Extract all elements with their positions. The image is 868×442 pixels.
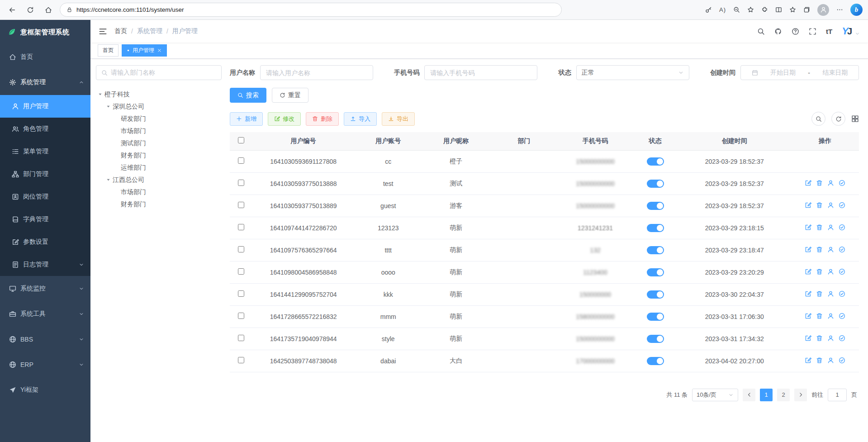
status-toggle[interactable] — [647, 313, 664, 321]
delete-icon[interactable] — [816, 290, 823, 297]
sidebar-item-system[interactable]: 系统管理 — [0, 70, 90, 95]
sidebar-subitem-user[interactable]: 用户管理 — [0, 95, 90, 118]
reset-password-icon[interactable] — [827, 202, 834, 209]
row-select-checkbox[interactable] — [238, 246, 244, 252]
split-screen-icon[interactable] — [775, 6, 782, 13]
reset-password-icon[interactable] — [827, 180, 834, 186]
status-toggle[interactable] — [647, 180, 664, 188]
dept-search-input[interactable]: 请输入部门名称 — [96, 65, 222, 80]
date-range-picker[interactable]: 开始日期 - 结束日期 — [740, 65, 859, 80]
address-bar[interactable]: https://ccnetcore.com:1101/system/user — [60, 3, 562, 17]
more-menu-icon[interactable] — [836, 6, 843, 13]
tree-node[interactable]: 市场部门 — [96, 186, 222, 198]
status-toggle[interactable] — [647, 335, 664, 343]
sidebar-subitem-dict[interactable]: 字典管理 — [0, 208, 90, 231]
import-button[interactable]: 导入 — [344, 112, 377, 126]
assign-role-icon[interactable] — [839, 335, 845, 342]
status-toggle[interactable] — [647, 290, 664, 299]
close-icon[interactable] — [157, 48, 162, 53]
caret-down-icon[interactable] — [96, 92, 104, 97]
status-toggle[interactable] — [647, 246, 664, 254]
edit-icon[interactable] — [805, 246, 811, 253]
edit-icon[interactable] — [805, 202, 811, 209]
assign-role-icon[interactable] — [839, 202, 845, 209]
edit-icon[interactable] — [805, 335, 811, 342]
goto-page-input[interactable] — [828, 389, 847, 401]
reset-password-icon[interactable] — [827, 268, 834, 275]
reset-password-icon[interactable] — [827, 224, 834, 231]
assign-role-icon[interactable] — [839, 313, 845, 319]
reset-password-icon[interactable] — [827, 335, 834, 342]
row-select-checkbox[interactable] — [238, 290, 244, 297]
collections-icon[interactable] — [803, 6, 810, 13]
github-icon[interactable] — [774, 28, 782, 35]
delete-icon[interactable] — [816, 202, 823, 209]
browser-refresh-icon[interactable] — [24, 3, 37, 17]
next-page-button[interactable] — [794, 389, 807, 401]
row-select-checkbox[interactable] — [238, 157, 244, 164]
delete-button[interactable]: 删除 — [306, 112, 339, 126]
row-select-checkbox[interactable] — [238, 357, 244, 363]
sidebar-subitem-menu[interactable]: 菜单管理 — [0, 140, 90, 163]
help-icon[interactable] — [792, 28, 799, 35]
reset-password-icon[interactable] — [827, 246, 834, 253]
tree-node[interactable]: 财务部门 — [96, 149, 222, 162]
tree-node[interactable]: 市场部门 — [96, 125, 222, 137]
bing-chat-icon[interactable]: b — [850, 4, 863, 16]
sidebar-subitem-dept[interactable]: 部门管理 — [0, 163, 90, 185]
assign-role-icon[interactable] — [839, 246, 845, 253]
search-button[interactable]: 搜索 — [230, 88, 266, 103]
delete-icon[interactable] — [816, 224, 823, 231]
reset-password-icon[interactable] — [827, 357, 834, 364]
page-button-2[interactable]: 2 — [777, 389, 790, 401]
delete-icon[interactable] — [816, 180, 823, 186]
modify-button[interactable]: 修改 — [268, 112, 301, 126]
status-select[interactable]: 正常 — [576, 65, 689, 80]
fullscreen-icon[interactable] — [809, 28, 816, 35]
tree-node[interactable]: 橙子科技 — [96, 88, 222, 100]
extensions-icon[interactable] — [761, 6, 768, 13]
font-size-button[interactable]: tT — [826, 28, 832, 35]
tree-node[interactable]: 测试部门 — [96, 137, 222, 149]
breadcrumb-home[interactable]: 首页 — [114, 27, 127, 35]
page-button-1[interactable]: 1 — [760, 389, 773, 401]
tab-首页[interactable]: 首页 — [98, 44, 119, 57]
favorites-icon[interactable] — [789, 6, 796, 13]
sidebar-item-monitor[interactable]: 系统监控 — [0, 276, 90, 301]
sidebar-item-erp[interactable]: ERP — [0, 352, 90, 377]
reset-button[interactable]: 重置 — [272, 88, 308, 103]
user-menu[interactable]: YJ — [842, 25, 860, 37]
toggle-search-button[interactable] — [811, 112, 825, 126]
row-select-checkbox[interactable] — [238, 268, 244, 275]
sidebar-subitem-param[interactable]: 参数设置 — [0, 231, 90, 253]
delete-icon[interactable] — [816, 268, 823, 275]
delete-icon[interactable] — [816, 246, 823, 253]
browser-back-icon[interactable] — [5, 3, 19, 17]
favorites-add-icon[interactable] — [747, 6, 754, 13]
tree-node[interactable]: 江西总公司 — [96, 174, 222, 186]
status-toggle[interactable] — [647, 224, 664, 232]
delete-icon[interactable] — [816, 313, 823, 319]
tree-node[interactable]: 深圳总公司 — [96, 100, 222, 113]
assign-role-icon[interactable] — [839, 268, 845, 275]
zoom-icon[interactable] — [733, 6, 740, 13]
row-select-checkbox[interactable] — [238, 313, 244, 319]
edit-icon[interactable] — [805, 313, 811, 319]
profile-avatar[interactable] — [817, 4, 829, 16]
tree-node[interactable]: 财务部门 — [96, 198, 222, 210]
row-select-checkbox[interactable] — [238, 180, 244, 186]
browser-home-icon[interactable] — [42, 3, 55, 17]
delete-icon[interactable] — [816, 335, 823, 342]
assign-role-icon[interactable] — [839, 290, 845, 297]
tree-node[interactable]: 研发部门 — [96, 113, 222, 125]
username-input[interactable] — [260, 65, 373, 80]
caret-down-icon[interactable] — [104, 104, 113, 109]
assign-role-icon[interactable] — [839, 357, 845, 364]
delete-icon[interactable] — [816, 357, 823, 364]
edit-icon[interactable] — [805, 268, 811, 275]
tab-用户管理[interactable]: 用户管理 — [122, 44, 167, 57]
export-button[interactable]: 导出 — [382, 112, 415, 126]
header-search-icon[interactable] — [757, 28, 765, 35]
edit-icon[interactable] — [805, 290, 811, 297]
select-all-checkbox[interactable] — [238, 137, 244, 143]
